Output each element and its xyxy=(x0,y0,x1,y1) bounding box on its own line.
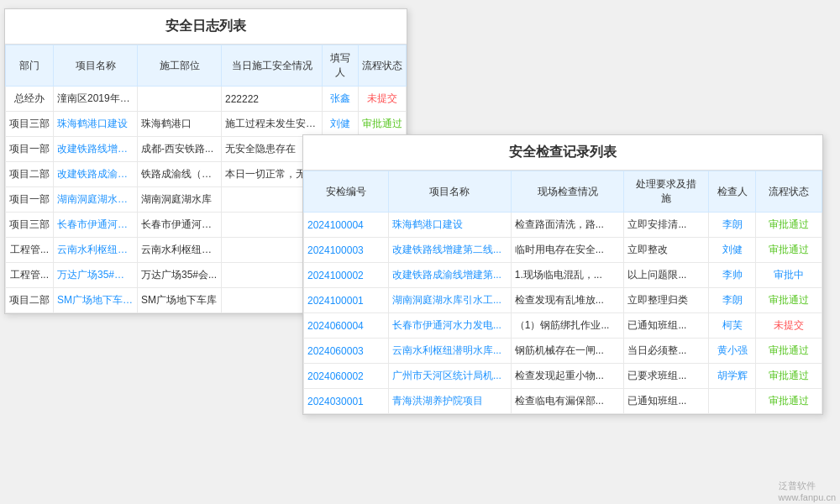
table-row: 2024060002广州市天河区统计局机...检查发现起重小物...已要求班组.… xyxy=(304,364,822,389)
col-measure: 处理要求及措施 xyxy=(624,171,709,213)
table-cell[interactable]: 柯芙 xyxy=(709,313,756,339)
table-cell: 珠海鹤港口 xyxy=(138,112,222,137)
table-cell: （1）钢筋绑扎作业... xyxy=(511,313,624,339)
table-cell[interactable]: 2024060004 xyxy=(304,313,389,339)
table-cell: 立即整改 xyxy=(624,238,709,263)
table-cell[interactable]: 长春市伊通河水力发电厂... xyxy=(54,213,138,238)
safety-inspection-header-row: 安检编号 项目名称 现场检查情况 处理要求及措施 检查人 流程状态 xyxy=(304,171,822,213)
safety-log-header-row: 部门 项目名称 施工部位 当日施工安全情况 填写人 流程状态 xyxy=(6,45,407,87)
table-row: 2024100001湖南洞庭湖水库引水工...检查发现有乱堆放...立即整理归类… xyxy=(304,288,822,313)
table-cell[interactable]: 李朗 xyxy=(709,288,756,313)
table-cell: 长春市伊通河水... xyxy=(138,213,222,238)
col-field-situation: 现场检查情况 xyxy=(511,171,624,213)
table-cell[interactable]: 刘健 xyxy=(323,112,359,137)
table-cell[interactable]: 2024030001 xyxy=(304,389,389,414)
table-cell: 审批通过 xyxy=(756,339,822,364)
table-cell[interactable]: 2024060002 xyxy=(304,364,389,389)
table-cell[interactable]: 李朗 xyxy=(709,213,756,238)
col-project-name: 项目名称 xyxy=(388,171,511,213)
table-cell: 项目一部 xyxy=(6,137,54,162)
table-cell[interactable]: 湖南洞庭湖水库引水工... xyxy=(388,288,511,313)
table-cell[interactable]: 李帅 xyxy=(709,263,756,288)
table-cell[interactable]: 2024100003 xyxy=(304,238,389,263)
table-cell: 项目三部 xyxy=(6,112,54,137)
safety-inspection-panel: 安全检查记录列表 安检编号 项目名称 现场检查情况 处理要求及措施 检查人 流程… xyxy=(302,134,823,415)
col-flow-status: 流程状态 xyxy=(756,171,822,213)
table-cell: 检查发现有乱堆放... xyxy=(511,288,624,313)
table-cell: 临时用电存在安全... xyxy=(511,238,624,263)
table-cell: 审批通过 xyxy=(756,389,822,414)
table-cell: 检查临电有漏保部... xyxy=(511,389,624,414)
table-cell[interactable]: 黄小强 xyxy=(709,339,756,364)
table-cell[interactable]: 张鑫 xyxy=(323,87,359,112)
table-cell[interactable]: 长春市伊通河水力发电... xyxy=(388,313,511,339)
table-cell[interactable]: 刘健 xyxy=(709,238,756,263)
table-cell[interactable]: 2024060003 xyxy=(304,339,389,364)
table-cell: 施工过程未发生安全事故... xyxy=(222,112,323,137)
table-cell: 审批通过 xyxy=(756,288,822,313)
table-cell[interactable]: 改建铁路线增建第二线直... xyxy=(54,137,138,162)
watermark-line1: 泛普软件 xyxy=(779,480,836,492)
table-cell[interactable]: 胡学辉 xyxy=(709,364,756,389)
table-cell[interactable]: 改建铁路成渝线增建第二... xyxy=(54,162,138,187)
table-cell[interactable]: 万达广场35#会所及咖啡... xyxy=(54,263,138,288)
table-cell[interactable]: 云南水利枢纽潜明水库一... xyxy=(54,238,138,263)
col-status: 流程状态 xyxy=(359,45,407,87)
table-cell[interactable]: 云南水利枢纽潜明水库... xyxy=(388,339,511,364)
col-project: 项目名称 xyxy=(54,45,138,87)
table-row: 2024100003改建铁路线增建第二线...临时用电存在安全...立即整改刘健… xyxy=(304,238,822,263)
table-cell: 工程管... xyxy=(6,238,54,263)
table-cell: 未提交 xyxy=(756,313,822,339)
table-cell: 审批通过 xyxy=(359,112,407,137)
col-person: 填写人 xyxy=(323,45,359,87)
table-cell: 湖南洞庭湖水库 xyxy=(138,187,222,213)
watermark-line2: www.fanpu.cn xyxy=(779,492,836,502)
table-cell: 检查发现起重小物... xyxy=(511,364,624,389)
table-cell: 审批通过 xyxy=(756,213,822,238)
safety-inspection-title: 安全检查记录列表 xyxy=(303,135,822,171)
table-cell: 未提交 xyxy=(359,87,407,112)
table-cell[interactable]: 2024100004 xyxy=(304,213,389,238)
table-row: 2024100004珠海鹤港口建设检查路面清洗，路...立即安排清...李朗审批… xyxy=(304,213,822,238)
table-cell: 以上问题限... xyxy=(624,263,709,288)
table-row: 总经办潼南区2019年绿化补贴项...222222张鑫未提交 xyxy=(6,87,407,112)
col-code: 安检编号 xyxy=(304,171,389,213)
table-cell[interactable]: 湖南洞庭湖水库引水工程... xyxy=(54,187,138,213)
col-inspector: 检查人 xyxy=(709,171,756,213)
table-cell: 万达广场35#会... xyxy=(138,263,222,288)
table-cell[interactable]: 2024100001 xyxy=(304,288,389,313)
table-cell: 已通知班组... xyxy=(624,313,709,339)
table-cell: 立即整理归类 xyxy=(624,288,709,313)
watermark: 泛普软件 www.fanpu.cn xyxy=(779,480,836,502)
table-cell xyxy=(709,389,756,414)
table-cell: 审批通过 xyxy=(756,364,822,389)
table-cell: 已通知班组... xyxy=(624,389,709,414)
table-row: 2024030001青海洪湖养护院项目检查临电有漏保部...已通知班组...审批… xyxy=(304,389,822,414)
table-cell: 铁路成渝线（成... xyxy=(138,162,222,187)
table-cell[interactable]: 广州市天河区统计局机... xyxy=(388,364,511,389)
table-cell: 立即安排清... xyxy=(624,213,709,238)
table-row: 2024060004长春市伊通河水力发电...（1）钢筋绑扎作业...已通知班组… xyxy=(304,313,822,339)
table-row: 项目三部珠海鹤港口建设珠海鹤港口施工过程未发生安全事故...刘健审批通过 xyxy=(6,112,407,137)
table-cell[interactable]: 珠海鹤港口建设 xyxy=(54,112,138,137)
table-cell: 1.现场临电混乱，... xyxy=(511,263,624,288)
table-cell[interactable]: 改建铁路线增建第二线... xyxy=(388,238,511,263)
table-cell[interactable]: 青海洪湖养护院项目 xyxy=(388,389,511,414)
table-cell: 项目一部 xyxy=(6,187,54,213)
table-cell[interactable]: 改建铁路成渝线增建第... xyxy=(388,263,511,288)
safety-log-title: 安全日志列表 xyxy=(5,9,407,45)
table-cell[interactable]: SM广场地下车库更换摄... xyxy=(54,288,138,313)
table-row: 2024100002改建铁路成渝线增建第...1.现场临电混乱，...以上问题限… xyxy=(304,263,822,288)
table-cell[interactable]: 珠海鹤港口建设 xyxy=(388,213,511,238)
table-cell: 222222 xyxy=(222,87,323,112)
table-cell: 钢筋机械存在一闸... xyxy=(511,339,624,364)
table-cell: 项目二部 xyxy=(6,288,54,313)
table-cell: 成都-西安铁路... xyxy=(138,137,222,162)
col-situation: 当日施工安全情况 xyxy=(222,45,323,87)
table-cell: 已要求班组... xyxy=(624,364,709,389)
table-cell: 检查路面清洗，路... xyxy=(511,213,624,238)
safety-inspection-table: 安检编号 项目名称 现场检查情况 处理要求及措施 检查人 流程状态 202410… xyxy=(303,171,822,414)
table-cell[interactable]: 2024100002 xyxy=(304,263,389,288)
table-cell: 总经办 xyxy=(6,87,54,112)
table-cell: 项目三部 xyxy=(6,213,54,238)
